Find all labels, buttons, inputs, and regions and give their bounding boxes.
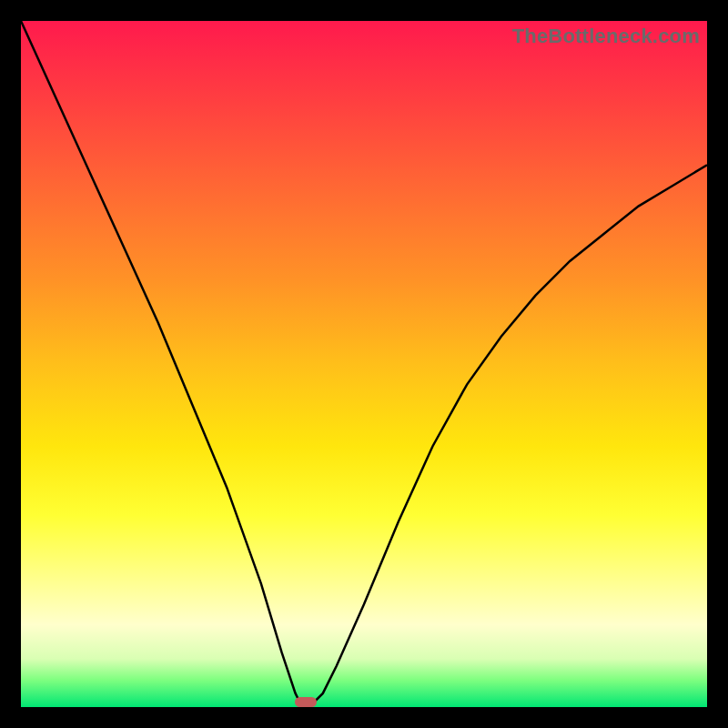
minimum-marker: [295, 697, 317, 707]
chart-frame: TheBottleneck.com: [0, 0, 728, 728]
plot-area: TheBottleneck.com: [21, 21, 707, 707]
bottleneck-curve: [21, 21, 707, 707]
